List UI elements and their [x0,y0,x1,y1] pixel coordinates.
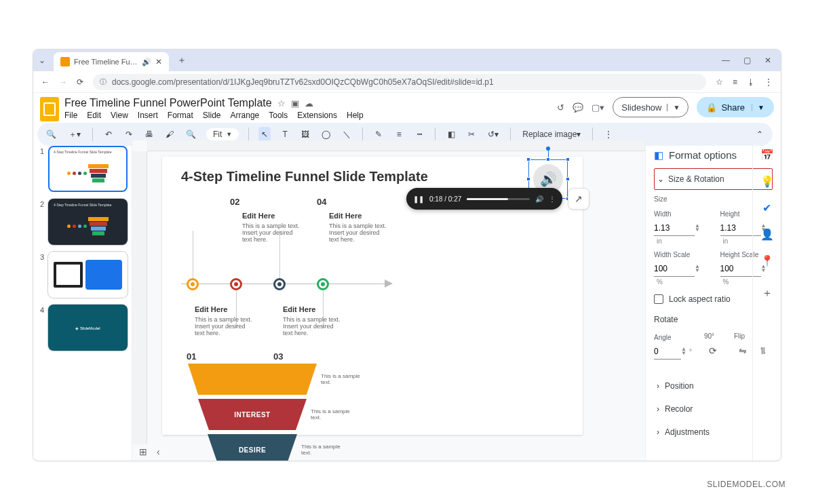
calendar-icon[interactable]: 📅 [760,149,774,161]
angle-input[interactable] [654,343,681,360]
border-weight-icon[interactable]: ≡ [393,127,405,142]
tab-title: Free Timeline Funnel Powe… [74,58,138,66]
shape-icon[interactable]: ◯ [319,127,332,142]
bookmark-star-icon[interactable]: ☆ [716,77,723,87]
resize-handle[interactable] [526,157,530,161]
collapse-toolbar-icon[interactable]: ⌃ [754,127,766,142]
new-tab-button[interactable]: ＋ [177,54,187,66]
select-tool-icon[interactable]: ↖ [258,127,271,142]
replace-image-dropdown[interactable]: Replace image ▾ [520,127,583,142]
address-bar[interactable]: ⓘ docs.google.com/presentation/d/1IJKgJe… [93,74,706,90]
browser-tab[interactable]: Free Timeline Funnel Powe… 🔊 ✕ [54,52,169,71]
rotate-90-icon[interactable]: ⟳ [704,342,722,360]
new-slide-icon[interactable]: ＋▾ [66,127,83,142]
textbox-icon[interactable]: T [279,127,291,142]
menu-insert[interactable]: Insert [138,111,158,120]
slide-thumb-3[interactable] [48,252,128,298]
star-icon[interactable]: ☆ [277,98,286,109]
popout-icon[interactable]: ↗ [568,188,589,210]
reading-list-icon[interactable]: ≡ [733,77,737,87]
paint-format-icon[interactable]: 🖌 [163,127,176,142]
image-icon[interactable]: 🖼 [299,127,311,142]
download-icon[interactable]: ⭳ [747,77,755,87]
tab-close-icon[interactable]: ✕ [155,57,162,66]
resize-handle[interactable] [566,157,570,161]
move-icon[interactable]: ▣ [291,98,299,109]
funnel-text-2: This is a sample text. [311,408,357,421]
meet-icon[interactable]: ▢▾ [592,102,604,113]
window-close-icon[interactable]: ✕ [764,56,771,65]
tab-audio-icon[interactable]: 🔊 [142,58,151,66]
history-icon[interactable]: ↺ [557,102,564,113]
media-menu-icon[interactable]: ⋮ [549,195,556,203]
slide-thumb-1[interactable]: 4-Step Timeline Funnel Slide Template [48,146,128,192]
window-minimize-icon[interactable]: — [722,56,730,65]
browser-toolbar: ← → ⟳ ⓘ docs.google.com/presentation/d/1… [33,71,781,93]
keep-icon[interactable]: 💡 [760,175,774,188]
resize-handle[interactable] [526,177,530,181]
slideshow-button[interactable]: Slideshow ▼ [613,97,689,117]
menu-help[interactable]: Help [347,111,364,120]
slides-logo-icon[interactable] [40,97,59,121]
menu-file[interactable]: File [64,111,77,120]
step-text-04: This is a sample text. Insert your desir… [329,222,390,243]
share-button[interactable]: 🔒 Share ▼ [697,97,774,117]
add-on-plus-icon[interactable]: ＋ [762,286,773,301]
print-icon[interactable]: 🖶 [143,127,155,142]
slide-thumb-4[interactable]: ◈ SlideModel [48,305,128,351]
media-scrubber[interactable] [467,198,530,200]
tab-list-chevron-icon[interactable]: ⌄ [39,56,48,65]
width-input[interactable] [654,220,695,236]
menu-tools[interactable]: Tools [269,111,288,120]
menu-edit[interactable]: Edit [87,111,101,120]
contacts-icon[interactable]: 👤 [760,228,774,241]
slide-thumb-2[interactable]: 4-Step Timeline Funnel Slide Template [48,199,128,245]
crop-icon[interactable]: ✂ [465,127,478,142]
cloud-status-icon[interactable]: ☁ [305,98,313,109]
filmstrip: 1 4-Step Timeline Funnel Slide Template … [33,140,132,461]
search-icon[interactable]: 🔍 [44,127,58,142]
zoom-icon[interactable]: 🔍 [184,127,198,142]
site-info-icon[interactable]: ⓘ [100,77,106,87]
redo-icon[interactable]: ↷ [123,127,135,142]
menu-view[interactable]: View [111,111,128,120]
comments-icon[interactable]: 💬 [573,102,583,113]
window-maximize-icon[interactable]: ▢ [743,56,751,65]
nav-back-icon[interactable]: ← [41,77,50,87]
resize-handle[interactable] [546,157,550,161]
share-dropdown-icon[interactable]: ▼ [752,104,764,111]
ruler-horizontal[interactable] [147,140,645,151]
reset-image-icon[interactable]: ↺▾ [486,127,501,142]
volume-icon[interactable]: 🔊 [535,195,543,203]
grid-view-icon[interactable]: ⊞ [139,446,147,457]
flip-horizontal-icon[interactable]: ⇋ [734,342,752,360]
undo-icon[interactable]: ↶ [102,127,115,142]
border-dash-icon[interactable]: ┅ [413,127,425,142]
slideshow-dropdown-icon[interactable]: ▼ [667,104,680,111]
menu-format[interactable]: Format [168,111,193,120]
resize-handle[interactable] [566,177,570,181]
menu-slide[interactable]: Slide [203,111,221,120]
browser-menu-icon[interactable]: ⋮ [764,77,773,87]
explore-icon[interactable]: ‹ [157,446,160,457]
width-scale-input[interactable] [654,260,695,277]
border-color-icon[interactable]: ✎ [372,127,385,142]
app-header: Free Timeline Funnel PowerPoint Template… [33,93,781,121]
line-icon[interactable]: ＼ [341,127,353,142]
nav-forward-icon[interactable]: → [59,77,67,87]
side-panel-rail: 📅 💡 ✔ 👤 📍 ＋ [752,140,781,461]
mask-icon[interactable]: ◧ [445,127,457,142]
lock-aspect-checkbox[interactable] [654,294,663,304]
chevron-right-icon: › [657,427,659,437]
nav-reload-icon[interactable]: ⟳ [77,77,83,87]
pause-icon[interactable]: ❚❚ [413,195,424,203]
menu-arrange[interactable]: Arrange [231,111,260,120]
zoom-fit-dropdown[interactable]: Fit ▼ [206,128,239,140]
maps-icon[interactable]: 📍 [760,254,774,267]
doc-title[interactable]: Free Timeline Funnel PowerPoint Template [64,97,272,109]
menu-extensions[interactable]: Extensions [297,111,337,120]
tasks-icon[interactable]: ✔ [762,201,771,214]
ruler-vertical[interactable] [132,151,147,444]
rotate-handle[interactable] [546,147,550,151]
more-icon[interactable]: ⋮ [602,127,615,142]
